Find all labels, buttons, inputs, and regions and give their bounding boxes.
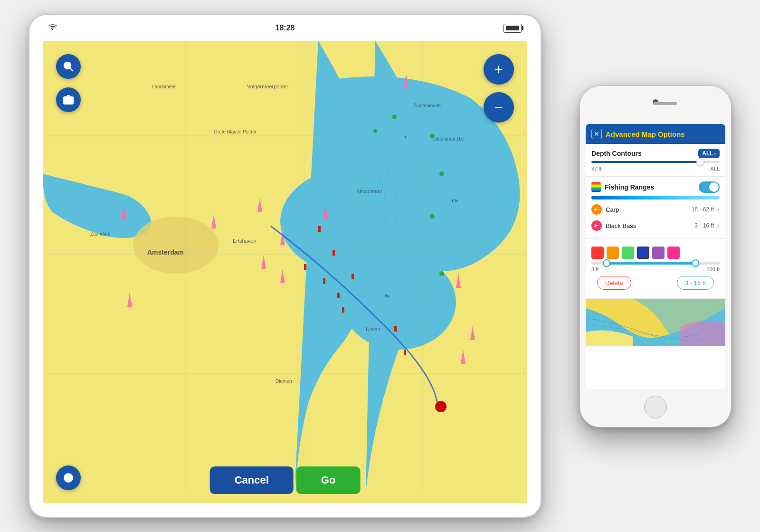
- color-range-section: 3 ft 300 ft Delete 3 - 16 ft: [586, 239, 725, 299]
- zoom-in-icon: +: [494, 62, 503, 76]
- svg-text:Volgermeerpolder: Volgermeerpolder: [247, 84, 288, 89]
- close-button[interactable]: ✕: [591, 129, 602, 139]
- svg-point-2: [342, 255, 456, 350]
- zoom-out-button[interactable]: −: [484, 92, 514, 123]
- tablet-map-area: Volgermeerpolder Zuiderwoude Uitdammer D…: [43, 41, 527, 504]
- svg-text:Uitdammer Die: Uitdammer Die: [432, 136, 464, 142]
- bass-chevron: ∧: [716, 223, 720, 229]
- phone-screen: ✕ Advanced Map Options Depth Contours AL…: [586, 124, 725, 389]
- svg-text:Amsterdam: Amsterdam: [147, 248, 184, 256]
- svg-rect-45: [342, 307, 344, 313]
- black-bass-item[interactable]: Black Bass 3 - 16 ft ∧: [591, 218, 720, 234]
- tablet-status-bar: 18:28: [29, 15, 541, 41]
- svg-text:Ertshaven: Ertshaven: [233, 238, 256, 244]
- svg-rect-47: [404, 350, 406, 355]
- svg-marker-27: [323, 205, 328, 219]
- carp-item[interactable]: Carp 16 - 62 ft ∨: [591, 201, 720, 218]
- compass-button[interactable]: [56, 466, 81, 490]
- svg-text:Grote Blauve Polder: Grote Blauve Polder: [214, 129, 257, 134]
- svg-marker-26: [280, 269, 285, 283]
- svg-marker-32: [127, 293, 132, 307]
- badge-chevron: ›: [714, 151, 716, 156]
- range-slider-fill: [604, 262, 694, 265]
- toggle-knob: [709, 182, 719, 192]
- tablet-battery: [504, 24, 522, 33]
- zoom-in-button[interactable]: +: [484, 54, 514, 85]
- range-button[interactable]: 3 - 16 ft: [677, 276, 714, 290]
- svg-rect-42: [323, 278, 325, 284]
- panel-header: ✕ Advanced Map Options: [586, 124, 725, 144]
- range-thumb-left[interactable]: [603, 259, 610, 267]
- carp-left: Carp: [591, 204, 619, 215]
- swatch-blue[interactable]: [637, 247, 649, 259]
- range-labels: 3 ft 300 ft: [591, 266, 720, 272]
- range-min-label: 3 ft: [591, 266, 598, 272]
- svg-point-38: [439, 271, 444, 276]
- swatch-orange[interactable]: [607, 247, 619, 259]
- svg-point-36: [373, 129, 377, 133]
- map-preview: [586, 299, 725, 346]
- depth-slider-labels: 37 ft ALL: [591, 166, 720, 171]
- panel-title: Advanced Map Options: [606, 130, 720, 138]
- svg-text:Diemen: Diemen: [276, 379, 292, 384]
- phone-screen-area: ✕ Advanced Map Options Depth Contours AL…: [586, 124, 725, 389]
- depth-min-label: 37 ft: [591, 166, 601, 171]
- svg-text:6g: 6g: [385, 294, 390, 298]
- map-background: Volgermeerpolder Zuiderwoude Uitdammer D…: [43, 41, 527, 504]
- svg-point-60: [594, 225, 595, 226]
- swatch-green[interactable]: [622, 247, 634, 259]
- svg-marker-30: [461, 350, 466, 364]
- svg-text:IJmeer: IJmeer: [366, 326, 380, 332]
- carp-name: Carp: [606, 206, 619, 213]
- svg-text:Kinselmeer: Kinselmeer: [356, 188, 382, 194]
- bass-left: Black Bass: [591, 220, 636, 231]
- svg-rect-39: [318, 226, 321, 232]
- depth-contours-badge[interactable]: ALL ›: [698, 149, 720, 158]
- tablet-time: 18:28: [276, 24, 295, 32]
- cancel-button[interactable]: Cancel: [210, 466, 294, 494]
- fishing-ranges-left: Fishing Ranges: [591, 182, 654, 192]
- phone-speaker: [653, 102, 677, 105]
- fishing-ranges-section: Fishing Ranges: [586, 177, 725, 239]
- svg-rect-46: [394, 326, 397, 332]
- range-thumb-right[interactable]: [692, 259, 699, 267]
- svg-text:Zaandam: Zaandam: [90, 231, 110, 237]
- svg-point-35: [430, 214, 435, 219]
- svg-text:10s: 10s: [451, 199, 458, 203]
- carp-range-row: 16 - 62 ft ∨: [692, 206, 720, 213]
- phone-home-button[interactable]: [644, 396, 667, 418]
- carp-icon: [591, 204, 602, 215]
- svg-marker-22: [257, 198, 262, 212]
- search-button[interactable]: [56, 54, 81, 79]
- svg-point-48: [435, 401, 446, 412]
- camera-button[interactable]: [56, 87, 81, 112]
- svg-rect-40: [332, 250, 335, 256]
- svg-marker-25: [261, 255, 266, 269]
- svg-text:3: 3: [404, 135, 406, 139]
- svg-rect-43: [337, 293, 340, 298]
- svg-text:Landsmeer: Landsmeer: [152, 84, 176, 89]
- fishing-ranges-row: Fishing Ranges: [591, 181, 720, 193]
- carp-range: 16 - 62 ft: [692, 206, 714, 213]
- depth-contours-section: Depth Contours ALL › 37 ft ALL: [586, 144, 725, 177]
- depth-slider-thumb[interactable]: [696, 158, 704, 166]
- svg-marker-28: [404, 74, 408, 88]
- panel-body[interactable]: Depth Contours ALL › 37 ft ALL: [586, 144, 725, 389]
- depth-slider-fill: [591, 161, 701, 163]
- swatch-purple[interactable]: [652, 247, 665, 259]
- fishing-ranges-toggle[interactable]: [699, 181, 720, 193]
- map-preview-svg: [586, 299, 725, 346]
- depth-slider-track[interactable]: [591, 161, 720, 163]
- delete-button[interactable]: Delete: [597, 276, 631, 290]
- range-slider-track[interactable]: [591, 262, 720, 265]
- svg-point-1: [280, 164, 451, 278]
- svg-rect-0: [43, 41, 527, 492]
- action-bar: Delete 3 - 16 ft: [591, 272, 720, 294]
- svg-rect-44: [352, 274, 354, 279]
- svg-point-3: [133, 217, 218, 274]
- go-button[interactable]: Go: [296, 466, 361, 494]
- svg-text:Zuiderwoude: Zuiderwoude: [413, 103, 441, 108]
- swatch-pink[interactable]: [667, 247, 680, 259]
- svg-point-59: [594, 209, 595, 209]
- swatch-red[interactable]: [591, 247, 604, 259]
